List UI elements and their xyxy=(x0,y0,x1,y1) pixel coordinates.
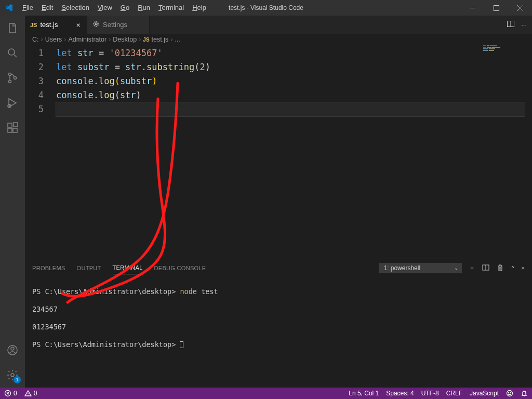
js-file-icon: JS xyxy=(143,37,149,43)
tab-settings[interactable]: Settings xyxy=(87,16,150,34)
maximize-button[interactable] xyxy=(484,0,508,16)
status-encoding[interactable]: UTF-8 xyxy=(421,390,439,397)
svg-point-21 xyxy=(508,392,509,393)
code-content[interactable]: let str = '01234567' let substr = str.su… xyxy=(56,45,532,259)
status-spaces[interactable]: Spaces: 4 xyxy=(386,390,414,397)
svg-rect-10 xyxy=(14,123,18,127)
tab-label: test.js xyxy=(40,21,58,29)
title-bar: File Edit Selection View Go Run Terminal… xyxy=(0,0,532,16)
split-editor-icon[interactable] xyxy=(507,20,515,30)
run-debug-icon[interactable] xyxy=(0,90,25,115)
panel-tab-output[interactable]: OUTPUT xyxy=(77,262,101,274)
chevron-down-icon: ⌄ xyxy=(454,265,458,271)
svg-point-12 xyxy=(11,347,14,350)
menu-go[interactable]: Go xyxy=(116,0,134,16)
maximize-panel-icon[interactable]: ^ xyxy=(511,265,514,271)
svg-point-3 xyxy=(9,73,11,76)
status-notifications-icon[interactable] xyxy=(521,390,528,397)
terminal-body[interactable]: PS C:\Users\Administrator\desktop> node … xyxy=(25,276,532,388)
more-actions-icon[interactable]: ··· xyxy=(521,21,527,29)
panel-tab-debug-console[interactable]: DEBUG CONSOLE xyxy=(154,262,206,274)
panel-tab-terminal[interactable]: TERMINAL xyxy=(113,261,143,274)
close-button[interactable] xyxy=(508,0,532,16)
menu-selection[interactable]: Selection xyxy=(57,0,93,16)
menu-bar: File Edit Selection View Go Run Terminal… xyxy=(18,0,210,16)
tab-actions: ··· xyxy=(501,16,532,34)
menu-terminal[interactable]: Terminal xyxy=(154,0,188,16)
menu-file[interactable]: File xyxy=(18,0,37,16)
menu-run[interactable]: Run xyxy=(134,0,154,16)
source-control-icon[interactable] xyxy=(0,65,25,90)
accounts-icon[interactable] xyxy=(0,338,25,363)
tab-label: Settings xyxy=(103,21,127,29)
bottom-panel: PROBLEMS OUTPUT TERMINAL DEBUG CONSOLE 1… xyxy=(25,259,532,388)
panel-tabs: PROBLEMS OUTPUT TERMINAL DEBUG CONSOLE 1… xyxy=(25,259,532,276)
app-logo xyxy=(0,4,18,12)
editor-area: JS test.js × Settings ··· C:› Users› Adm… xyxy=(25,16,532,388)
menu-view[interactable]: View xyxy=(94,0,116,16)
menu-edit[interactable]: Edit xyxy=(37,0,57,16)
kill-terminal-icon[interactable] xyxy=(497,264,504,272)
svg-point-22 xyxy=(510,392,511,393)
search-icon[interactable] xyxy=(0,41,25,65)
status-feedback-icon[interactable] xyxy=(506,390,513,397)
panel-tab-problems[interactable]: PROBLEMS xyxy=(32,262,65,274)
svg-point-14 xyxy=(95,23,97,25)
js-file-icon: JS xyxy=(30,22,37,28)
close-panel-icon[interactable]: × xyxy=(522,265,525,271)
window-controls xyxy=(460,0,532,16)
new-terminal-icon[interactable]: ＋ xyxy=(469,264,475,272)
svg-rect-8 xyxy=(8,128,12,132)
tab-bar: JS test.js × Settings ··· xyxy=(25,16,532,34)
menu-help[interactable]: Help xyxy=(188,0,210,16)
svg-rect-0 xyxy=(470,8,475,8)
editor[interactable]: 1 2 3 4 5 let str = '01234567' let subst… xyxy=(25,45,532,259)
line-numbers: 1 2 3 4 5 xyxy=(25,45,56,259)
svg-rect-7 xyxy=(8,123,12,127)
status-language[interactable]: JavaScript xyxy=(470,390,499,397)
svg-rect-9 xyxy=(13,128,17,132)
breadcrumbs[interactable]: C:› Users› Administrator› Desktop› JS te… xyxy=(25,34,532,45)
split-terminal-icon[interactable] xyxy=(482,264,489,272)
main-area: 1 JS test.js × Settings ··· C:› Users xyxy=(0,16,532,388)
svg-rect-1 xyxy=(494,5,499,10)
activity-bar: 1 xyxy=(0,16,25,388)
svg-point-13 xyxy=(11,374,14,377)
minimize-button[interactable] xyxy=(460,0,484,16)
svg-point-4 xyxy=(9,81,11,83)
gear-icon xyxy=(92,20,100,29)
status-eol[interactable]: CRLF xyxy=(446,390,462,397)
settings-gear-icon[interactable]: 1 xyxy=(0,363,25,388)
terminal-selector[interactable]: 1: powershell ⌄ xyxy=(379,263,462,273)
scrollbar[interactable] xyxy=(525,45,532,259)
svg-point-2 xyxy=(8,49,15,55)
status-errors[interactable]: 0 xyxy=(4,390,17,397)
status-bar: 0 0 Ln 5, Col 1 Spaces: 4 UTF-8 CRLF Jav… xyxy=(0,388,532,399)
tab-test-js[interactable]: JS test.js × xyxy=(25,16,87,34)
status-warnings[interactable]: 0 xyxy=(24,390,37,397)
settings-badge: 1 xyxy=(14,376,21,383)
explorer-icon[interactable] xyxy=(0,16,25,41)
status-position[interactable]: Ln 5, Col 1 xyxy=(349,390,379,397)
close-tab-icon[interactable]: × xyxy=(75,21,82,29)
extensions-icon[interactable] xyxy=(0,115,25,140)
svg-point-20 xyxy=(507,391,513,396)
svg-point-5 xyxy=(14,77,17,79)
terminal-cursor xyxy=(180,341,183,348)
